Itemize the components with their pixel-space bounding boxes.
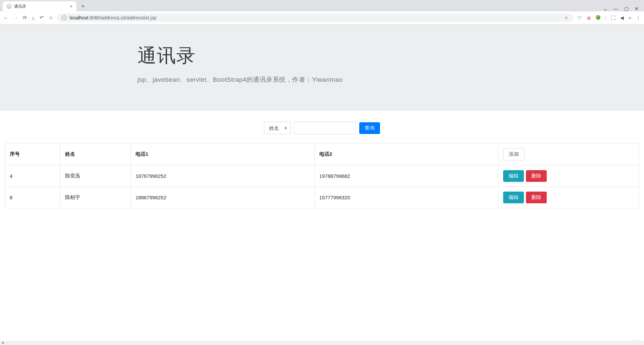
search-row: 姓名 查询 [0,111,644,143]
col-actions: 添加 [498,143,639,165]
back-icon[interactable]: ← [3,15,8,21]
url-field[interactable]: i localhost:8080/addressList/addresslist… [57,13,573,22]
chevron-double-down-icon[interactable]: » [629,15,631,20]
page-subtitle: jsp、javebean、servlet、BootStrap4的通讯录系统，作者… [138,75,506,84]
cell-actions: 编辑 删除 [498,187,639,208]
window-controls: ⌄ — ▢ ✕ [603,4,644,11]
minimize-icon[interactable]: — [613,6,618,11]
edit-button[interactable]: 编辑 [503,170,524,182]
table-container: 序号 姓名 电话1 电话2 添加 4 陈奕迅 18767996252 19788… [0,143,644,208]
extension-icons: 🛡 ▣ | ⛶ ◀ » ⋮ [577,15,641,21]
home-icon[interactable]: ⌂ [32,15,35,21]
search-field-select-wrap: 姓名 [264,122,291,134]
globe-icon [7,4,11,9]
table-row: 4 陈奕迅 18767996252 19788799682 编辑 删除 [5,165,639,187]
nav-icons: ← → ⟳ ⌂ ↶ ☆ [3,15,53,21]
sound-icon[interactable]: ◀ [620,15,624,20]
address-bar: ← → ⟳ ⌂ ↶ ☆ i localhost:8080/addressList… [0,11,644,24]
cell-id: 4 [5,165,60,187]
page-title: 通讯录 [138,43,506,69]
cell-phone2: 15777996320 [315,187,498,208]
col-phone2: 电话2 [315,143,498,165]
close-icon[interactable]: × [70,4,72,9]
table-header-row: 序号 姓名 电话1 电话2 添加 [5,143,639,165]
delete-button[interactable]: 删除 [526,192,547,203]
shield-icon[interactable]: 🛡 [577,15,582,20]
reload-icon[interactable]: ⟳ [23,15,27,21]
tab-bar: 通讯录 × + ⌄ — ▢ ✕ [0,0,644,11]
cell-actions: 编辑 删除 [498,165,639,187]
cell-name: 陈奕迅 [60,165,131,187]
col-id: 序号 [5,143,60,165]
forward-icon[interactable]: → [13,15,18,21]
col-phone1: 电话1 [131,143,315,165]
star-outline-icon[interactable]: ☆ [49,15,53,21]
star-icon[interactable]: ☆ [564,15,569,20]
crop-icon[interactable]: ⛶ [611,15,615,20]
cell-name: 陈柏宇 [60,187,131,208]
url-text: localhost:8080/addressList/addresslist.j… [70,15,156,20]
col-name: 姓名 [60,143,131,165]
add-button[interactable]: 添加 [503,148,525,160]
search-input[interactable] [294,122,356,134]
search-button[interactable]: 查询 [359,122,380,134]
maximize-icon[interactable]: ▢ [624,6,629,11]
cell-phone1: 18767996252 [131,165,315,187]
info-icon[interactable]: i [62,15,66,20]
tab-title: 通讯录 [14,4,26,9]
caret-down-icon[interactable]: ⌄ [603,6,607,11]
browser-chrome: 通讯录 × + ⌄ — ▢ ✕ ← → ⟳ ⌂ ↶ ☆ i localhost:… [0,0,644,24]
cell-phone1: 18867996252 [131,187,315,208]
delete-button[interactable]: 删除 [526,170,547,182]
hero-section: 通讯录 jsp、javebean、servlet、BootStrap4的通讯录系… [0,24,644,111]
new-tab-button[interactable]: + [79,2,87,11]
close-window-icon[interactable]: ✕ [635,6,639,11]
browser-tab[interactable]: 通讯录 × [3,1,76,11]
contacts-table: 序号 姓名 电话1 电话2 添加 4 陈奕迅 18767996252 19788… [5,143,639,208]
menu-icon[interactable]: ⋮ [636,15,641,20]
extension-globe-icon[interactable] [596,15,600,21]
search-field-select[interactable]: 姓名 [264,122,291,134]
undo-icon[interactable]: ↶ [40,15,44,21]
table-row: 8 陈柏宇 18867996252 15777996320 编辑 删除 [5,187,639,208]
cell-id: 8 [5,187,60,208]
edit-button[interactable]: 编辑 [503,192,524,203]
cell-phone2: 19788799682 [315,165,498,187]
recorder-icon[interactable]: ▣ [587,15,591,20]
